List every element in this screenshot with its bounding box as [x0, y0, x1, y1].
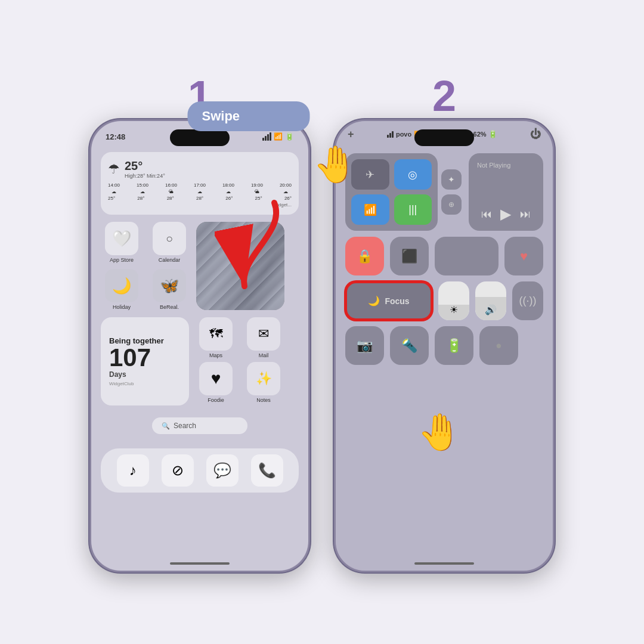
focus-tile[interactable]: 🌙 Focus: [345, 281, 432, 320]
together-days: 107: [109, 345, 181, 370]
phone-2: + povo 📶 ⏰ 📍 62% 🔋 ⏻: [334, 119, 555, 572]
calendar-label: Calendar: [159, 257, 181, 263]
extra-conn-icon: ⊕: [448, 200, 454, 209]
volume-tile[interactable]: 🔊: [475, 281, 506, 320]
cc-battery-icon: 🔋: [488, 130, 497, 138]
foodie-icon: ♥: [199, 362, 233, 395]
phone-1: 12:48 📶 🔋 ☂: [89, 119, 310, 572]
torch-tile[interactable]: 🔦: [390, 326, 429, 365]
airdrop-icon: ◎: [408, 168, 417, 181]
cellular-tile[interactable]: |||: [394, 194, 432, 225]
mail-item[interactable]: ✉ Mail: [243, 317, 284, 358]
brightness-icon: ☀: [450, 304, 458, 315]
dot-icon: •: [496, 336, 502, 355]
bereal-item[interactable]: 🦋 BeReal.: [148, 269, 190, 310]
camera-icon: 📷: [357, 338, 373, 354]
heart-tile[interactable]: ♥: [504, 237, 543, 275]
media-controls: ⏮ ▶ ⏭: [477, 206, 535, 222]
battery-cc-icon: 🔋: [446, 338, 462, 354]
rotation-lock-tile[interactable]: 🔒: [345, 237, 384, 275]
torch-icon: 🔦: [401, 338, 417, 354]
app-store-item[interactable]: 🤍 App Store: [101, 222, 143, 263]
focus-label: Focus: [385, 296, 409, 306]
foodie-item[interactable]: ♥ Foodie: [195, 362, 237, 403]
step-number-2: 2: [432, 72, 456, 120]
brightness-tile[interactable]: ☀: [438, 281, 469, 320]
dynamic-island-2: [414, 129, 474, 146]
media-next-icon[interactable]: ⏭: [520, 208, 531, 221]
app-store-icon: 🤍: [105, 222, 138, 255]
notes-label: Notes: [256, 397, 271, 403]
search-icon: 🔍: [162, 422, 170, 430]
cc-power-icon: ⏻: [530, 128, 541, 141]
hand-cursor-swipe: 🤚: [313, 143, 358, 185]
radio-icon: ((·)): [519, 295, 537, 307]
wifi-cc-icon: 📶: [364, 203, 377, 216]
heart-icon: ♥: [520, 249, 528, 264]
bereal-label: BeReal.: [160, 304, 179, 310]
app-store-label: App Store: [110, 257, 134, 263]
maps-icon: 🗺: [199, 317, 233, 351]
cc-signal: [387, 131, 394, 138]
dock-messages[interactable]: 💬: [206, 454, 239, 487]
bluetooth-tile[interactable]: ✦: [441, 169, 462, 190]
wifi-tile[interactable]: 📶: [351, 194, 389, 225]
weather-umbrella-icon: ☂: [108, 162, 120, 177]
hand-cursor-focus: 🤚: [417, 411, 462, 453]
search-label: Search: [174, 422, 196, 430]
holiday-label: Holiday: [113, 304, 131, 310]
battery-icon: 🔋: [285, 132, 294, 141]
signal-indicator: [262, 132, 271, 141]
weather-hourly: 14:00☁ 15:00☁ 16:00🌥 17:00☁ 18:00☁ 19:00…: [108, 182, 292, 194]
screen-mirror-tile[interactable]: ⬛: [390, 237, 429, 275]
media-prev-icon[interactable]: ⏮: [481, 208, 492, 221]
dock-phone[interactable]: 📞: [251, 454, 283, 487]
dynamic-island-1: [170, 129, 230, 146]
together-sub: Days: [109, 370, 181, 379]
calendar-item[interactable]: ○ Calendar: [148, 222, 190, 263]
cc-row-2: 🔒 ⬛ ♥: [345, 237, 543, 275]
cc-row-3: 🌙 Focus ☀ 🔊 ((·)): [345, 281, 543, 320]
dock: ♪ ⊘ 💬 📞: [101, 448, 299, 493]
cc-battery-pct: 62%: [473, 131, 487, 138]
volume-icon: 🔊: [485, 304, 497, 315]
notes-item[interactable]: ✨ Notes: [243, 362, 284, 403]
radio-tile[interactable]: ((·)): [512, 281, 543, 320]
foodie-label: Foodie: [208, 397, 224, 403]
mail-label: Mail: [259, 352, 269, 358]
cellular-icon: |||: [408, 203, 417, 216]
airplane-icon: ✈: [366, 168, 374, 181]
calendar-icon: ○: [153, 222, 186, 255]
dock-safari[interactable]: ⊘: [162, 454, 194, 487]
airdrop-tile[interactable]: ◎: [394, 159, 432, 190]
bereal-icon: 🦋: [153, 269, 186, 302]
media-player: Not Playing ⏮ ▶ ⏭: [469, 153, 543, 231]
dot-tile: •: [479, 326, 518, 365]
holiday-icon: 🌙: [105, 269, 138, 302]
swipe-button: Swipe: [188, 101, 310, 131]
time-display: 12:48: [106, 132, 125, 141]
screen-mirror-icon: ⬛: [401, 249, 417, 264]
cc-row-1: ✈ ◎ 📶 |||: [345, 153, 543, 231]
control-center-grid: ✈ ◎ 📶 |||: [336, 147, 553, 371]
together-widget: Being together 107 Days WidgetClub: [101, 317, 189, 405]
weather-highlow: High:28° Min:24°: [125, 173, 165, 179]
rotation-lock-icon: 🔒: [357, 249, 373, 264]
media-play-icon[interactable]: ▶: [500, 206, 511, 222]
notes-icon: ✨: [247, 362, 280, 395]
maps-item[interactable]: 🗺 Maps: [195, 317, 237, 358]
cc-row-4: 📷 🔦 🔋 •: [345, 326, 543, 365]
home-indicator-2: [414, 562, 474, 565]
search-bar[interactable]: 🔍 Search: [152, 417, 247, 434]
wifi-icon: 📶: [274, 132, 283, 141]
battery-tile[interactable]: 🔋: [435, 326, 473, 365]
together-widget-label: WidgetClub: [109, 381, 181, 386]
red-arrow: [215, 197, 298, 292]
holiday-item[interactable]: 🌙 Holiday: [101, 269, 143, 310]
weather-temperature: 25°: [125, 159, 165, 173]
dock-music[interactable]: ♪: [117, 454, 149, 487]
maps-label: Maps: [209, 352, 222, 358]
extra-connectivity-tile[interactable]: ⊕: [441, 194, 462, 215]
camera-tile[interactable]: 📷: [345, 326, 384, 365]
cc-plus-icon: +: [348, 128, 354, 141]
